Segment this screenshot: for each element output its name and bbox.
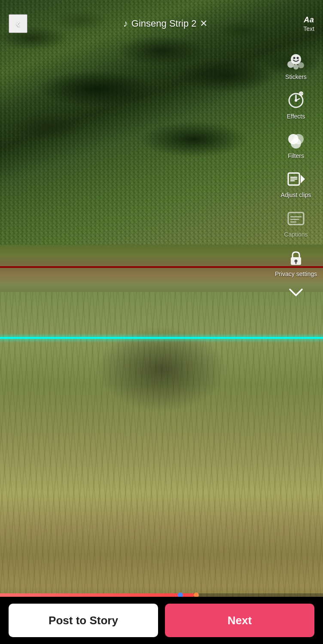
- svg-point-5: [293, 64, 299, 70]
- chevron-down-icon: [288, 288, 304, 297]
- stickers-icon: [285, 50, 307, 72]
- text-tool-button[interactable]: Aa Text: [303, 15, 314, 32]
- privacy-settings-tool-button[interactable]: Privacy settings: [273, 244, 319, 280]
- privacy-settings-label: Privacy settings: [275, 270, 317, 278]
- adjust-clips-icon: [285, 168, 307, 190]
- svg-point-1: [293, 57, 295, 59]
- captions-icon: [285, 207, 307, 230]
- post-to-story-label: Post to Story: [49, 614, 118, 627]
- effects-tool-button[interactable]: Effects: [283, 87, 309, 123]
- bottom-bar: Post to Story Next: [0, 597, 323, 644]
- svg-point-2: [296, 57, 299, 59]
- captions-label: Captions: [284, 231, 308, 238]
- svg-rect-19: [288, 213, 304, 225]
- adjust-clips-tool-button[interactable]: Adjust clips: [279, 165, 313, 201]
- music-note-icon: ♪: [123, 18, 128, 29]
- effects-icon: [285, 89, 307, 112]
- privacy-icon: [285, 247, 307, 269]
- stickers-label: Stickers: [285, 73, 307, 81]
- filters-icon: [285, 129, 307, 151]
- effects-label: Effects: [287, 113, 305, 120]
- cyan-effect-line: [0, 337, 323, 339]
- text-tool-sublabel: Text: [303, 25, 314, 32]
- stickers-tool-button[interactable]: Stickers: [283, 47, 309, 83]
- top-toolbar: ‹ ♪ Ginseng Strip 2 ✕ Aa Text: [0, 0, 323, 43]
- timeline-area[interactable]: [0, 593, 323, 597]
- svg-point-3: [287, 61, 294, 68]
- music-title: Ginseng Strip 2: [131, 18, 197, 29]
- next-button[interactable]: Next: [165, 604, 314, 637]
- filters-label: Filters: [288, 152, 304, 160]
- chevron-down-button[interactable]: [286, 286, 305, 299]
- adjust-clips-label: Adjust clips: [281, 191, 311, 199]
- back-icon: ‹: [16, 17, 20, 30]
- svg-point-13: [291, 138, 301, 149]
- svg-point-4: [298, 62, 304, 68]
- text-tool-label: Aa: [304, 15, 314, 24]
- timeline-progress: [0, 593, 194, 597]
- svg-point-9: [295, 99, 297, 102]
- svg-marker-15: [301, 175, 305, 183]
- filters-tool-button[interactable]: Filters: [283, 126, 309, 162]
- close-music-button[interactable]: ✕: [200, 18, 207, 29]
- back-button[interactable]: ‹: [9, 14, 27, 33]
- next-label: Next: [228, 614, 252, 627]
- right-toolbar: Stickers Effects Filters: [273, 47, 319, 299]
- captions-tool-button[interactable]: Captions: [282, 205, 309, 241]
- post-to-story-button[interactable]: Post to Story: [9, 604, 158, 637]
- music-info[interactable]: ♪ Ginseng Strip 2 ✕: [32, 18, 299, 29]
